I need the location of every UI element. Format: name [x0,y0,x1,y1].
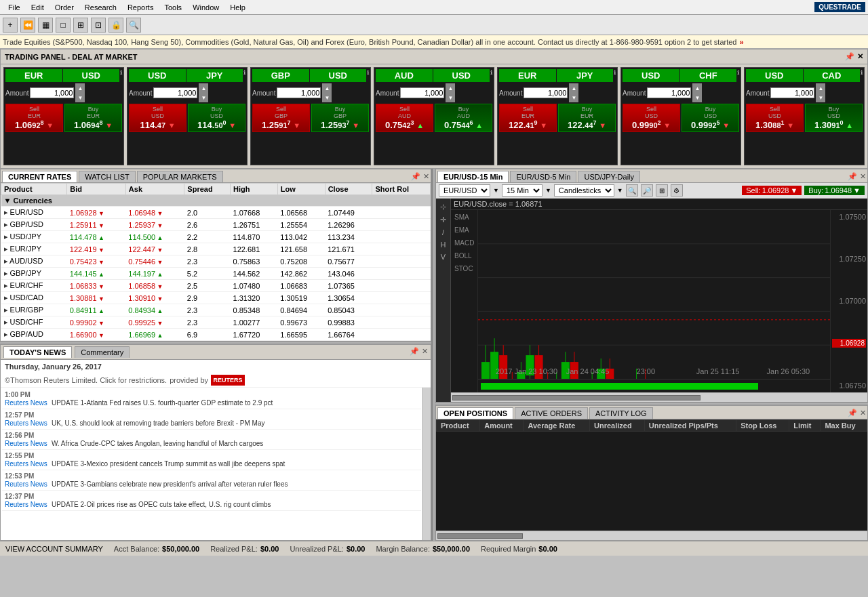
chart-panel-close[interactable]: ✕ [860,172,866,181]
chart-symbol-select[interactable]: EUR/USD [439,184,490,197]
news-panel-close[interactable]: ✕ [422,347,428,356]
news-item[interactable]: 1:00 PM Reuters News UPDATE 1-Atlanta Fe… [2,389,421,409]
sell-btn-0[interactable]: Sell EUR 1.06928 ▼ [5,104,63,132]
amount-spin-down-6[interactable]: ▼ [816,93,825,102]
menu-reports[interactable]: Reports [122,2,159,13]
news-item[interactable]: 12:37 PM Reuters News UPDATE 2-Oil price… [2,491,421,511]
rates-table[interactable]: Product Bid Ask Spread High Low Close Sh… [1,183,431,341]
tool-line[interactable]: / [437,227,450,238]
positions-table-area[interactable]: Product Amount Average Rate Unrealized U… [436,419,867,531]
rates-row[interactable]: ▸ AUD/USD 0.75423 ▼ 0.75446 ▼ 2.3 0.7586… [1,255,431,268]
news-panel-pin[interactable]: 📌 [410,347,419,356]
toolbar-btn-1[interactable]: + [3,18,18,33]
amount-spin-up-6[interactable]: ▲ [816,83,825,93]
rates-row[interactable]: ▸ USD/CAD 1.30881 ▼ 1.30910 ▼ 2.9 1.3132… [1,292,431,304]
sell-btn-6[interactable]: Sell USD 1.30881 ▼ [746,104,804,132]
toolbar-btn-5[interactable]: ⊞ [73,18,88,33]
amount-spin-up-5[interactable]: ▲ [692,83,702,93]
buy-btn-3[interactable]: Buy AUD 0.75446 ▲ [435,104,492,132]
amount-spin-down-2[interactable]: ▼ [322,93,332,102]
ind-macd[interactable]: MACD [452,239,476,247]
chart-zoom-in[interactable]: 🔍 [626,184,638,197]
ind-sma[interactable]: SMA [452,213,476,222]
amount-input-1[interactable] [153,87,197,98]
toolbar-btn-3[interactable]: ▦ [38,18,53,33]
tab-current-rates[interactable]: CURRENT RATES [2,171,77,182]
chart-buy-price[interactable]: Buy: 1.06948 ▼ [804,186,865,195]
amount-spin-down-5[interactable]: ▼ [692,93,702,102]
chart-svg[interactable]: 2017 Jan 23 10:30 Jan 24 04:45 23:00 Jan… [478,210,830,379]
rates-row[interactable]: ▸ EUR/USD 1.06928 ▼ 1.06948 ▼ 2.0 1.0766… [1,207,431,219]
buy-btn-0[interactable]: Buy EUR 1.06948 ▼ [64,104,122,132]
amount-spin-down-3[interactable]: ▼ [446,93,455,102]
pair-info-icon-5[interactable]: ℹ [737,69,739,82]
sell-btn-3[interactable]: Sell AUD 0.75423 ▲ [376,104,433,132]
news-list[interactable]: 1:00 PM Reuters News UPDATE 1-Atlanta Fe… [1,388,422,540]
ind-stoc[interactable]: STOC [452,264,476,273]
news-scrollbar[interactable] [422,388,431,540]
buy-btn-2[interactable]: Buy GBP 1.25937 ▼ [311,104,369,132]
buy-btn-4[interactable]: Buy EUR 122.447 ▼ [558,104,616,132]
sell-btn-1[interactable]: Sell USD 114.47 ▼ [129,104,186,132]
toolbar-btn-2[interactable]: ⏪ [20,18,35,33]
menu-tools[interactable]: Tools [159,2,187,13]
sell-btn-4[interactable]: Sell EUR 122.419 ▼ [499,104,557,132]
toolbar-btn-6[interactable]: ⊡ [91,18,106,33]
sell-btn-2[interactable]: Sell GBP 1.25917 ▼ [252,104,310,132]
chart-fit[interactable]: ⊞ [656,184,668,197]
buy-btn-6[interactable]: Buy USD 1.30910 ▲ [805,104,863,132]
tool-v[interactable]: V [437,251,450,262]
amount-spin-down-1[interactable]: ▼ [199,93,208,102]
amount-spin-down-0[interactable]: ▼ [75,93,85,102]
amount-spin-up-2[interactable]: ▲ [322,83,332,93]
view-account-summary[interactable]: VIEW ACCOUNT SUMMARY [5,545,103,553]
tab-popular-markets[interactable]: POPULAR MARKETS [137,171,223,182]
tab-todays-news[interactable]: TODAY'S NEWS [3,346,72,358]
tab-commentary[interactable]: Commentary [75,346,130,358]
rates-row[interactable]: ▸ GBP/USD 1.25911 ▼ 1.25937 ▼ 2.6 1.2675… [1,219,431,231]
menu-help[interactable]: Help [224,2,251,13]
positions-panel-close[interactable]: ✕ [860,409,866,417]
pair-info-icon-0[interactable]: ℹ [120,69,122,82]
menu-edit[interactable]: Edit [26,2,50,13]
menu-file[interactable]: File [3,2,26,13]
toolbar-btn-4[interactable]: □ [56,18,71,33]
trading-panel-close[interactable]: ✕ [857,52,863,61]
tab-usdjpy-daily[interactable]: USD/JPY-Daily [578,171,640,182]
menu-order[interactable]: Order [50,2,79,13]
amount-input-3[interactable] [400,87,444,98]
sell-btn-5[interactable]: Sell USD 0.99902 ▼ [623,104,680,132]
news-item[interactable]: 12:53 PM Reuters News UPDATE 3-Gambians … [2,470,421,491]
buy-btn-5[interactable]: Buy USD 0.99925 ▼ [682,104,739,132]
rates-panel-pin[interactable]: 📌 [411,172,420,181]
positions-panel-pin[interactable]: 📌 [848,409,857,417]
amount-input-4[interactable] [524,87,568,98]
chart-hscroll-thumb[interactable] [452,395,701,400]
chart-timeframe-select[interactable]: 15 Min [502,184,542,197]
rates-row[interactable]: ▸ USD/JPY 114.478 ▲ 114.500 ▲ 2.2 114.87… [1,231,431,243]
chart-type-select[interactable]: Candlesticks [554,184,614,197]
chart-hscroll[interactable] [451,392,867,402]
pair-info-icon-6[interactable]: ℹ [861,69,863,82]
tab-active-orders[interactable]: ACTIVE ORDERS [515,407,588,419]
menu-window[interactable]: Window [187,2,224,13]
tab-open-positions[interactable]: OPEN POSITIONS [437,407,513,419]
pair-info-icon-4[interactable]: ℹ [614,69,616,82]
amount-input-6[interactable] [770,87,814,98]
positions-hscroll[interactable] [436,531,867,540]
tool-crosshair[interactable]: ✛ [437,214,450,226]
ind-ema[interactable]: EMA [452,226,476,234]
amount-spin-up-4[interactable]: ▲ [569,83,578,93]
toolbar-btn-7[interactable]: 🔒 [108,18,123,33]
rates-row[interactable]: ▸ GBP/AUD 1.66900 ▼ 1.66969 ▲ 6.9 1.6772… [1,329,431,341]
ind-boll[interactable]: BOLL [452,251,476,260]
rates-row[interactable]: ▸ EUR/CHF 1.06833 ▼ 1.06858 ▼ 2.5 1.0748… [1,280,431,292]
amount-spin-up-1[interactable]: ▲ [199,83,208,93]
rates-row[interactable]: ▸ USD/CHF 0.99902 ▼ 0.99925 ▼ 2.3 1.0027… [1,316,431,329]
chart-panel-pin[interactable]: 📌 [848,172,857,181]
chart-settings[interactable]: ⚙ [671,184,683,197]
tab-watch-list[interactable]: WATCH LIST [79,171,135,182]
menu-research[interactable]: Research [79,2,122,13]
tool-h[interactable]: H [437,239,450,250]
pair-info-icon-3[interactable]: ℹ [490,69,492,82]
